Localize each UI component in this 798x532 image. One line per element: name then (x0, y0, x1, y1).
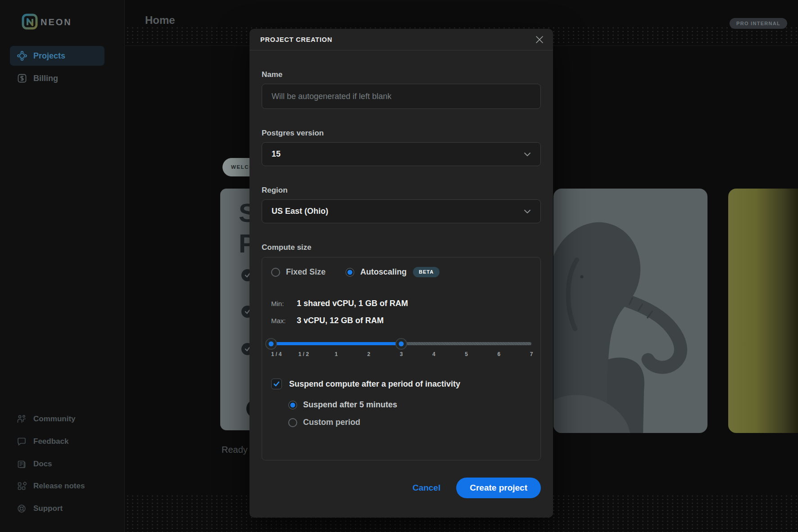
create-project-button[interactable]: Create project (456, 478, 541, 498)
neon-logo-icon (22, 14, 38, 30)
modal-title: PROJECT CREATION (260, 29, 332, 50)
slider-tick: 3 (400, 351, 403, 357)
suspend-compute-row: Suspend compute after a period of inacti… (271, 379, 531, 389)
max-label: Max: (271, 317, 297, 325)
docs-icon (17, 459, 27, 469)
suspend-5min-label: Suspend after 5 minutes (303, 400, 397, 410)
postgres-version-label: Postgres version (262, 129, 541, 138)
slider-tick: 7 (530, 351, 533, 357)
feedback-icon (17, 437, 27, 446)
project-name-input[interactable] (262, 84, 541, 109)
suspend-5min-radio[interactable] (288, 401, 297, 410)
compute-size-slider: 1 / 4 1 / 2 1 2 3 4 5 6 7 (271, 342, 531, 358)
region-label: Region (262, 186, 541, 195)
gradient-promo-card (728, 189, 798, 433)
postgres-version-value: 15 (272, 149, 281, 159)
support-icon (17, 504, 27, 514)
modal-footer: Cancel Create project (249, 478, 553, 498)
billing-icon (17, 73, 27, 84)
region-value: US East (Ohio) (272, 207, 328, 216)
compute-size-label: Compute size (262, 243, 541, 252)
min-label: Min: (271, 300, 297, 307)
slider-tick: 2 (367, 351, 370, 357)
suspend-5min-option: Suspend after 5 minutes (288, 400, 531, 410)
cancel-button[interactable]: Cancel (413, 483, 440, 493)
autoscaling-radio[interactable] (345, 268, 354, 277)
sidebar-item-label: Support (33, 504, 63, 513)
sidebar-item-label: Community (33, 415, 76, 424)
chevron-down-icon (524, 152, 531, 157)
app-root: Home PRO INTERNAL WELCO S P Ready to (0, 0, 798, 532)
min-value: 1 shared vCPU, 1 GB of RAM (297, 299, 408, 308)
projects-icon (17, 50, 27, 61)
sidebar-item-release-notes[interactable]: Release notes (17, 478, 85, 494)
sidebar-item-community[interactable]: Community (17, 411, 76, 427)
sidebar-item-label: Billing (33, 74, 58, 83)
sidebar-item-label: Release notes (33, 482, 85, 491)
chevron-down-icon (524, 209, 531, 214)
slider-tick-labels: 1 / 4 1 / 2 1 2 3 4 5 6 7 (271, 351, 531, 358)
fixed-size-label: Fixed Size (286, 267, 326, 277)
autoscaling-label: Autoscaling (360, 267, 407, 277)
release-notes-icon (17, 481, 27, 491)
region-select[interactable]: US East (Ohio) (262, 199, 541, 223)
sidebar-item-docs[interactable]: Docs (17, 456, 52, 472)
beta-badge: BETA (413, 267, 440, 277)
sidebar-item-label: Docs (33, 460, 52, 469)
custom-period-radio[interactable] (288, 418, 297, 427)
modal-body: Name Postgres version 15 Region US East … (249, 70, 553, 460)
custom-period-label: Custom period (303, 418, 360, 427)
slider-tick: 1 / 4 (271, 351, 281, 357)
slider-max-handle[interactable] (395, 338, 407, 350)
name-label: Name (262, 70, 541, 79)
compute-size-panel: Fixed Size Autoscaling BETA Min: 1 share… (262, 257, 541, 460)
slider-tick: 6 (497, 351, 500, 357)
suspend-label: Suspend compute after a period of inacti… (289, 379, 460, 389)
slider-min-handle[interactable] (265, 338, 277, 350)
sidebar-item-feedback[interactable]: Feedback (17, 433, 68, 450)
elephant-statue-illustration (553, 189, 707, 433)
modal-header: PROJECT CREATION (249, 29, 553, 50)
slider-track[interactable] (271, 342, 531, 345)
sidebar-item-support[interactable]: Support (17, 500, 63, 517)
slider-tick: 1 (335, 351, 338, 357)
elephant-image-card (553, 189, 707, 433)
plan-badge: PRO INTERNAL (730, 18, 787, 29)
postgres-version-select[interactable]: 15 (262, 142, 541, 166)
close-icon[interactable] (534, 34, 545, 45)
fixed-size-radio[interactable] (271, 268, 280, 277)
sidebar: NEON Projects Billing Community (0, 0, 125, 532)
slider-tick: 1 / 2 (299, 351, 309, 357)
slider-tick: 5 (465, 351, 468, 357)
page-title: Home (145, 14, 175, 27)
slider-tick: 4 (432, 351, 435, 357)
sidebar-item-label: Projects (33, 51, 65, 61)
max-compute-row: Max: 3 vCPU, 12 GB of RAM (271, 316, 531, 325)
sidebar-item-projects[interactable]: Projects (10, 46, 104, 66)
compute-mode-radio-group: Fixed Size Autoscaling BETA (271, 267, 531, 277)
min-compute-row: Min: 1 shared vCPU, 1 GB of RAM (271, 299, 531, 308)
sidebar-item-label: Feedback (33, 437, 68, 446)
sidebar-item-billing[interactable]: Billing (10, 68, 104, 88)
custom-period-option: Custom period (288, 418, 531, 427)
community-icon (17, 414, 27, 424)
slider-fill (271, 342, 401, 345)
project-creation-modal: PROJECT CREATION Name Postgres version 1… (249, 29, 553, 518)
suspend-checkbox[interactable] (271, 379, 282, 389)
max-value: 3 vCPU, 12 GB of RAM (297, 316, 384, 325)
brand-name: NEON (41, 17, 72, 27)
